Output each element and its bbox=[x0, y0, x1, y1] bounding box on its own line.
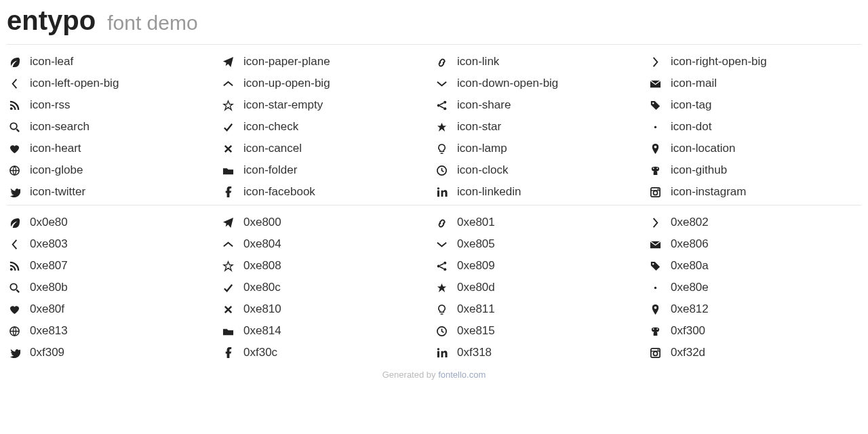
icon-code-label: 0x0e80 bbox=[30, 216, 68, 229]
leaf-icon bbox=[7, 56, 22, 68]
lamp-icon bbox=[434, 143, 449, 155]
twitter-icon bbox=[7, 186, 22, 198]
globe-icon bbox=[7, 165, 22, 176]
icon-name-label: icon-tag bbox=[671, 98, 711, 112]
right-open-big-icon bbox=[648, 56, 663, 68]
icon-name-label: icon-up-open-big bbox=[243, 77, 330, 90]
icon-row: 0xf309 bbox=[7, 345, 220, 360]
down-open-big-icon bbox=[434, 239, 449, 250]
icon-code-label: 0xe801 bbox=[457, 216, 495, 229]
linkedin-icon bbox=[434, 186, 449, 198]
icon-row: 0xe813 bbox=[7, 323, 220, 338]
share-icon bbox=[434, 100, 449, 111]
globe-icon bbox=[7, 326, 22, 337]
icon-name-label: icon-down-open-big bbox=[457, 77, 558, 90]
icon-row: icon-rss bbox=[7, 98, 220, 113]
icon-row: 0xf32d bbox=[648, 345, 861, 360]
icon-name-label: icon-globe bbox=[30, 163, 83, 177]
icon-code-label: 0xf300 bbox=[671, 324, 705, 338]
share-icon bbox=[434, 260, 449, 272]
icon-row: 0xf318 bbox=[434, 345, 648, 360]
icon-name-label: icon-dot bbox=[671, 120, 711, 134]
icon-name-label: icon-mail bbox=[671, 77, 717, 90]
folder-icon bbox=[220, 326, 235, 337]
icon-name-label: icon-twitter bbox=[30, 185, 85, 199]
facebook-icon bbox=[220, 186, 235, 198]
github-icon bbox=[648, 326, 663, 337]
icon-code-label: 0xe804 bbox=[243, 237, 281, 251]
leaf-icon bbox=[7, 217, 22, 229]
icon-row: icon-up-open-big bbox=[220, 76, 434, 91]
icon-row: 0xe80e bbox=[648, 280, 861, 295]
icon-row: 0xe805 bbox=[434, 237, 648, 252]
icon-row: 0xe804 bbox=[220, 237, 434, 252]
icon-row: 0xe800 bbox=[220, 215, 434, 230]
rss-icon bbox=[7, 260, 22, 272]
icon-row: icon-clock bbox=[434, 163, 648, 178]
github-icon bbox=[648, 165, 663, 176]
icon-row: 0xf300 bbox=[648, 323, 861, 338]
icon-name-label: icon-star bbox=[457, 120, 501, 134]
icon-code-label: 0xf318 bbox=[457, 346, 492, 359]
icon-code-label: 0xe80d bbox=[457, 281, 495, 294]
icon-name-label: icon-right-open-big bbox=[671, 55, 767, 68]
icon-name-label: icon-rss bbox=[30, 98, 71, 112]
icon-row: icon-paper-plane bbox=[220, 54, 434, 69]
icon-row: icon-left-open-big bbox=[7, 76, 220, 91]
icon-row: 0xe815 bbox=[434, 323, 648, 338]
check-icon bbox=[220, 282, 235, 294]
footer-prefix: Generated by bbox=[382, 370, 438, 380]
icon-name-label: icon-cancel bbox=[243, 142, 302, 155]
twitter-icon bbox=[7, 347, 22, 359]
icon-row: 0xe80d bbox=[434, 280, 648, 295]
mail-icon bbox=[648, 239, 663, 250]
icon-row: 0xf30c bbox=[220, 345, 434, 360]
icon-code-label: 0xe807 bbox=[30, 259, 68, 273]
icon-name-label: icon-star-empty bbox=[243, 98, 323, 112]
icon-row: 0xe80c bbox=[220, 280, 434, 295]
star-icon bbox=[434, 121, 449, 133]
icon-name-label: icon-leaf bbox=[30, 55, 73, 68]
icon-row: 0xe807 bbox=[7, 258, 220, 273]
icon-name-label: icon-facebook bbox=[243, 185, 315, 199]
icon-row: icon-down-open-big bbox=[434, 76, 648, 91]
lamp-icon bbox=[434, 304, 449, 315]
icon-code-label: 0xe80b bbox=[30, 281, 68, 294]
search-icon bbox=[7, 121, 22, 133]
instagram-icon bbox=[648, 186, 663, 198]
icon-row: 0xe809 bbox=[434, 258, 648, 273]
icon-row: 0xe814 bbox=[220, 323, 434, 338]
icon-row: 0xe80f bbox=[7, 302, 220, 317]
icon-code-label: 0xe80e bbox=[671, 281, 709, 294]
icon-row: icon-star-empty bbox=[220, 98, 434, 113]
icon-row: 0x0e80 bbox=[7, 215, 220, 230]
icon-row: 0xe810 bbox=[220, 302, 434, 317]
icon-row: 0xe806 bbox=[648, 237, 861, 252]
icon-row: icon-search bbox=[7, 119, 220, 134]
icon-code-label: 0xe80a bbox=[671, 259, 709, 273]
dot-icon bbox=[648, 121, 663, 133]
icon-row: icon-check bbox=[220, 119, 434, 134]
icon-row: icon-twitter bbox=[7, 184, 220, 199]
link-icon bbox=[434, 217, 449, 229]
icon-name-label: icon-paper-plane bbox=[243, 55, 330, 68]
star-empty-icon bbox=[220, 100, 235, 111]
facebook-icon bbox=[220, 347, 235, 359]
footer-link[interactable]: fontello.com bbox=[438, 370, 486, 380]
icon-code-label: 0xf30c bbox=[243, 346, 277, 359]
rss-icon bbox=[7, 100, 22, 111]
check-icon bbox=[220, 121, 235, 133]
icon-row: icon-share bbox=[434, 98, 648, 113]
icon-row: icon-instagram bbox=[648, 184, 861, 199]
icon-row: 0xe80b bbox=[7, 280, 220, 295]
heart-icon bbox=[7, 304, 22, 315]
icon-row: 0xe801 bbox=[434, 215, 648, 230]
left-open-big-icon bbox=[7, 239, 22, 250]
icon-code-label: 0xe802 bbox=[671, 216, 709, 229]
icon-row: icon-location bbox=[648, 141, 861, 156]
icon-code-label: 0xe815 bbox=[457, 324, 495, 338]
footer: Generated by fontello.com bbox=[7, 370, 861, 380]
icon-code-grid: 0x0e800xe8000xe8010xe8020xe8030xe8040xe8… bbox=[7, 215, 861, 360]
icon-code-label: 0xe80c bbox=[243, 281, 281, 294]
dot-icon bbox=[648, 282, 663, 294]
